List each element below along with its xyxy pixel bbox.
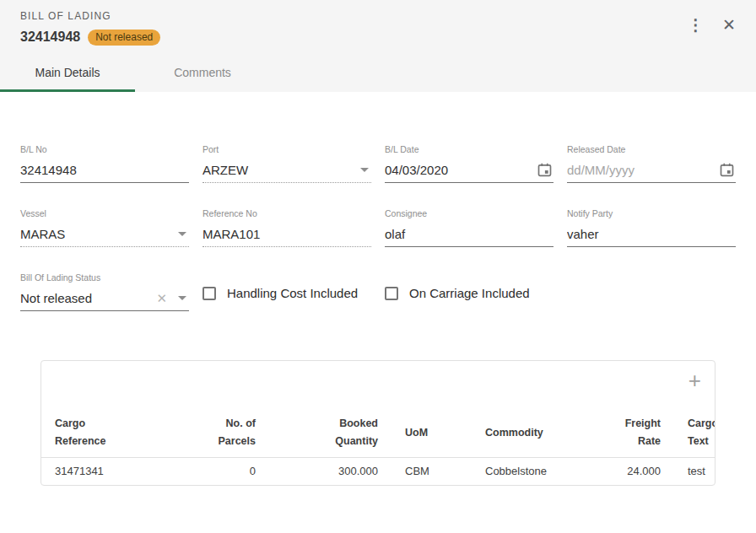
col-commodity: Commodity	[472, 408, 598, 458]
clear-icon[interactable]: ✕	[156, 291, 167, 306]
field-consignee: Consignee	[385, 208, 554, 247]
header-actions: ⋮ ✕	[688, 17, 736, 33]
status-row: Bill Of Lading Status Not released ✕ Han…	[20, 272, 736, 311]
col-freight-rate: FreightRate	[598, 408, 674, 458]
bol-status-label: Bill Of Lading Status	[20, 272, 189, 283]
calendar-icon[interactable]	[720, 163, 734, 177]
field-port: Port ARZEW	[202, 144, 371, 183]
checkbox-icon	[202, 287, 216, 300]
cell-cargo-text: test	[674, 458, 715, 486]
bl-no-input[interactable]	[20, 163, 189, 177]
bol-status-select[interactable]: Not released ✕	[20, 286, 189, 311]
bl-date-input[interactable]	[385, 163, 532, 177]
bl-no-label: B/L No	[20, 144, 189, 154]
add-cargo-line-icon[interactable]: +	[688, 369, 701, 391]
field-notify-party: Notify Party	[567, 208, 736, 247]
cell-no-of-parcels: 0	[193, 458, 269, 486]
cargo-card-toolbar: +	[41, 361, 715, 408]
port-select[interactable]: ARZEW	[202, 158, 371, 183]
tab-bar: Main Details Comments	[0, 53, 756, 92]
close-icon[interactable]: ✕	[722, 17, 736, 33]
notify-party-control	[567, 222, 736, 247]
field-vessel: Vessel MARAS	[20, 208, 189, 247]
notify-party-input[interactable]	[567, 227, 736, 241]
status-badge: Not released	[88, 30, 160, 46]
field-bl-no: B/L No	[20, 144, 189, 183]
bol-status-value: Not released	[20, 291, 150, 305]
released-date-control	[567, 158, 736, 183]
dialog-header-top: BILL OF LADING 32414948 Not released	[0, 0, 756, 53]
kebab-menu-icon[interactable]: ⋮	[688, 17, 704, 33]
cargo-table-row[interactable]: 31471341 0 300.000 CBM Cobbelstone 24.00…	[41, 458, 715, 486]
handling-cost-label: Handling Cost Included	[227, 286, 358, 300]
vessel-select[interactable]: MARAS	[20, 222, 189, 247]
chevron-down-icon	[360, 168, 369, 172]
reference-no-input	[202, 227, 371, 241]
dialog-title: BILL OF LADING	[20, 10, 736, 22]
chevron-down-icon	[178, 232, 186, 236]
bl-date-label: B/L Date	[385, 144, 554, 154]
bl-no-control	[20, 158, 189, 183]
field-reference-no: Reference No	[202, 208, 371, 247]
notify-party-label: Notify Party	[567, 208, 736, 218]
vessel-value: MARAS	[20, 227, 172, 241]
col-booked-quantity: BookedQuantity	[269, 408, 392, 458]
col-no-of-parcels: No. ofParcels	[193, 408, 269, 458]
on-carriage-checkbox[interactable]: On Carriage Included	[385, 286, 554, 300]
form-grid: B/L No Port ARZEW B/L Date	[20, 144, 736, 247]
vessel-label: Vessel	[20, 208, 189, 218]
tab-main-details[interactable]: Main Details	[0, 53, 135, 92]
col-cargo-text: CargoText	[674, 408, 715, 458]
handling-cost-checkbox[interactable]: Handling Cost Included	[202, 286, 371, 300]
released-date-input[interactable]	[567, 163, 714, 177]
doc-number: 32414948	[20, 30, 80, 45]
port-label: Port	[202, 144, 371, 154]
checkbox-icon	[385, 287, 398, 300]
reference-no-label: Reference No	[202, 208, 371, 218]
field-bol-status: Bill Of Lading Status Not released ✕	[20, 272, 189, 311]
cell-cargo-reference: 31471341	[41, 458, 193, 486]
col-cargo-reference: CargoReference	[41, 408, 193, 458]
field-bl-date: B/L Date	[385, 144, 554, 183]
dialog-header: BILL OF LADING 32414948 Not released ⋮ ✕…	[0, 0, 756, 92]
chevron-down-icon	[178, 296, 186, 300]
consignee-input[interactable]	[385, 227, 554, 241]
field-released-date: Released Date	[567, 144, 736, 183]
released-date-label: Released Date	[567, 144, 736, 154]
port-value: ARZEW	[202, 163, 354, 177]
doc-line: 32414948 Not released	[20, 28, 736, 46]
cell-uom: CBM	[392, 458, 472, 486]
cargo-lines-card: + CargoReference No. ofParcels BookedQua…	[40, 360, 716, 486]
consignee-control	[385, 222, 554, 247]
dialog-content: B/L No Port ARZEW B/L Date	[0, 144, 756, 486]
reference-no-control	[202, 222, 371, 247]
cell-commodity: Cobbelstone	[472, 458, 598, 486]
tab-comments[interactable]: Comments	[135, 53, 270, 92]
cell-freight-rate: 24.000	[598, 458, 674, 486]
cell-booked-quantity: 300.000	[269, 458, 392, 486]
col-uom: UoM	[392, 408, 472, 458]
calendar-icon[interactable]	[537, 163, 552, 177]
cargo-table: CargoReference No. ofParcels BookedQuant…	[41, 408, 715, 485]
cargo-table-header-row: CargoReference No. ofParcels BookedQuant…	[41, 408, 715, 458]
consignee-label: Consignee	[385, 208, 554, 218]
on-carriage-label: On Carriage Included	[409, 286, 530, 300]
bl-date-control	[385, 158, 554, 183]
